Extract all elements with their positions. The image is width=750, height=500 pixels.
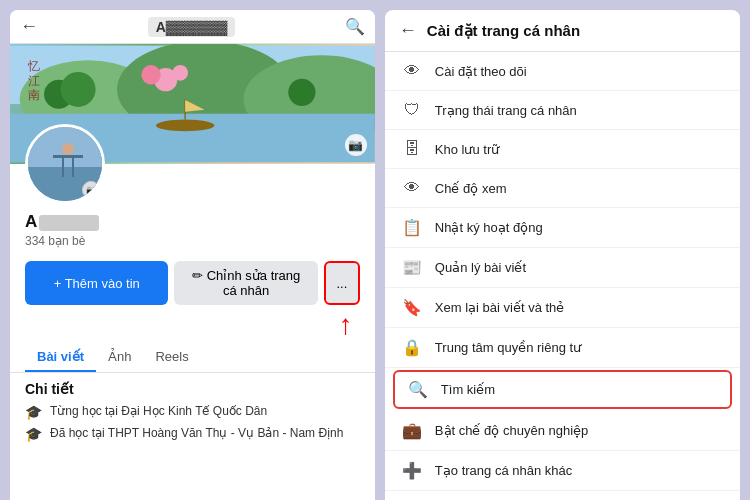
menu-label-5: Quản lý bài viết [435, 260, 526, 275]
details-section: Chi tiết 🎓 Từng học tại Đại Học Kinh Tế … [10, 373, 375, 455]
right-panel: ← Cài đặt trang cá nhân 👁Cài đặt theo dõ… [385, 10, 740, 500]
svg-rect-19 [53, 155, 83, 158]
svg-point-10 [288, 79, 315, 106]
search-icon-top[interactable]: 🔍 [345, 17, 365, 36]
menu-icon-9: 💼 [401, 421, 423, 440]
tab-posts[interactable]: Bài viết [25, 343, 96, 372]
education-icon-1: 🎓 [25, 426, 42, 442]
left-top-bar: ← A▓▓▓▓▓▓ 🔍 [10, 10, 375, 44]
menu-item-0[interactable]: 👁Cài đặt theo dõi [385, 52, 740, 91]
left-panel: ← A▓▓▓▓▓▓ 🔍 忆 江 [10, 10, 375, 500]
tab-reels[interactable]: Reels [143, 343, 200, 372]
menu-list: 👁Cài đặt theo dõi🛡Trạng thái trang cá nh… [385, 52, 740, 500]
menu-icon-5: 📰 [401, 258, 423, 277]
profile-name: A [25, 212, 360, 232]
right-back-icon[interactable]: ← [399, 20, 417, 41]
menu-icon-8: 🔍 [407, 380, 429, 399]
menu-item-1[interactable]: 🛡Trạng thái trang cá nhân [385, 91, 740, 130]
avatar-camera-icon[interactable]: 📷 [82, 181, 100, 199]
menu-item-6[interactable]: 🔖Xem lại bài viết và thẻ [385, 288, 740, 328]
detail-text-0: Từng học tại Đại Học Kinh Tế Quốc Dân [50, 403, 267, 420]
menu-item-8[interactable]: 🔍Tìm kiếm [393, 370, 732, 409]
menu-label-10: Tạo trang cá nhân khác [435, 463, 572, 478]
detail-item-0: 🎓 Từng học tại Đại Học Kinh Tế Quốc Dân [25, 403, 360, 420]
menu-item-2[interactable]: 🗄Kho lưu trữ [385, 130, 740, 169]
menu-label-2: Kho lưu trữ [435, 142, 499, 157]
red-arrow-icon: ↑ [339, 311, 353, 339]
svg-point-12 [141, 65, 160, 84]
panel-title: Cài đặt trang cá nhân [427, 22, 580, 40]
details-title: Chi tiết [25, 381, 360, 397]
action-buttons: + Thêm vào tin ✏ Chỉnh sửa trang cá nhân… [10, 253, 375, 313]
username-bar: A▓▓▓▓▓▓ [148, 17, 235, 37]
menu-item-4[interactable]: 📋Nhật ký hoạt động [385, 208, 740, 248]
svg-point-9 [61, 72, 96, 107]
menu-icon-4: 📋 [401, 218, 423, 237]
detail-item-1: 🎓 Đã học tại THPT Hoàng Văn Thụ - Vụ Bản… [25, 425, 360, 442]
more-options-button[interactable]: ... [324, 261, 360, 305]
menu-icon-10: ➕ [401, 461, 423, 480]
profile-tabs: Bài viết Ảnh Reels [10, 339, 375, 373]
svg-point-13 [172, 65, 188, 81]
menu-item-11[interactable]: ↗Chia sẻ trang cá nhân [385, 491, 740, 500]
menu-item-3[interactable]: 👁Chế độ xem [385, 169, 740, 208]
menu-label-8: Tìm kiếm [441, 382, 495, 397]
profile-info: A 334 bạn bè [10, 204, 375, 253]
add-to-story-button[interactable]: + Thêm vào tin [25, 261, 168, 305]
svg-text:江: 江 [28, 75, 40, 88]
menu-label-3: Chế độ xem [435, 181, 507, 196]
menu-label-4: Nhật ký hoạt động [435, 220, 543, 235]
arrow-annotation: ↑ [10, 311, 375, 339]
menu-item-10[interactable]: ➕Tạo trang cá nhân khác [385, 451, 740, 491]
avatar: 📷 [25, 124, 105, 204]
tab-photos[interactable]: Ảnh [96, 343, 143, 372]
svg-point-22 [62, 143, 74, 155]
menu-label-0: Cài đặt theo dõi [435, 64, 527, 79]
svg-text:忆: 忆 [27, 60, 40, 73]
menu-label-7: Trung tâm quyền riêng tư [435, 340, 581, 355]
avatar-area: 📷 [10, 124, 375, 204]
menu-item-5[interactable]: 📰Quản lý bài viết [385, 248, 740, 288]
menu-icon-1: 🛡 [401, 101, 423, 119]
detail-text-1: Đã học tại THPT Hoàng Văn Thụ - Vụ Bản -… [50, 425, 343, 442]
menu-label-1: Trạng thái trang cá nhân [435, 103, 577, 118]
menu-label-6: Xem lại bài viết và thẻ [435, 300, 565, 315]
friends-count: 334 bạn bè [25, 234, 360, 248]
edit-profile-button[interactable]: ✏ Chỉnh sửa trang cá nhân [174, 261, 317, 305]
right-top-bar: ← Cài đặt trang cá nhân [385, 10, 740, 52]
menu-icon-2: 🗄 [401, 140, 423, 158]
menu-icon-0: 👁 [401, 62, 423, 80]
menu-label-9: Bật chế độ chuyên nghiệp [435, 423, 588, 438]
menu-item-9[interactable]: 💼Bật chế độ chuyên nghiệp [385, 411, 740, 451]
back-arrow-icon[interactable]: ← [20, 16, 38, 37]
svg-text:南: 南 [28, 89, 40, 102]
menu-item-7[interactable]: 🔒Trung tâm quyền riêng tư [385, 328, 740, 368]
menu-icon-3: 👁 [401, 179, 423, 197]
education-icon-0: 🎓 [25, 404, 42, 420]
menu-icon-7: 🔒 [401, 338, 423, 357]
menu-icon-6: 🔖 [401, 298, 423, 317]
